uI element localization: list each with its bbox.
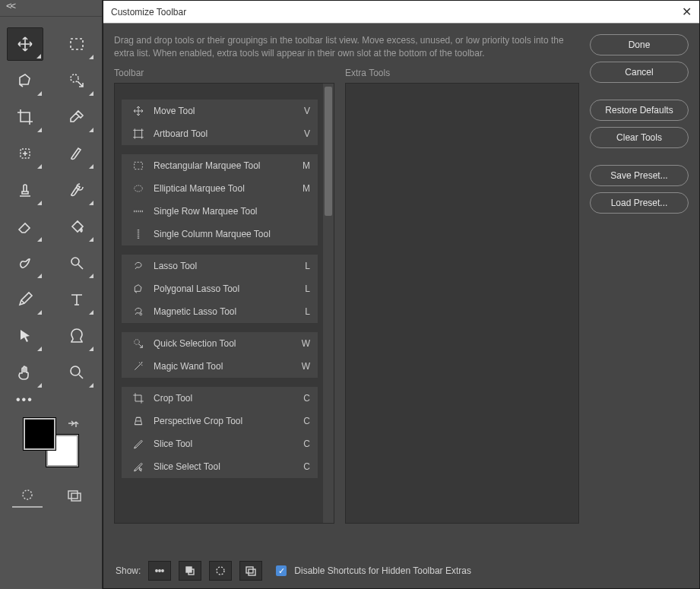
- tool-label: Perspective Crop Tool: [154, 416, 303, 426]
- tool-row[interactable]: Lasso ToolL: [122, 255, 318, 277]
- tool-label: Slice Select Tool: [154, 461, 303, 472]
- tool-row[interactable]: Quick Selection ToolW: [122, 332, 318, 355]
- tool-group[interactable]: Rectangular Marquee ToolMElliptical Marq…: [121, 154, 318, 246]
- tool-label: Artboard Tool: [154, 128, 304, 139]
- disable-shortcuts-label: Disable Shortcuts for Hidden Toolbar Ext…: [294, 565, 471, 576]
- show-screen-mode-icon[interactable]: [239, 561, 262, 581]
- color-swatch-area: [0, 418, 102, 467]
- collapse-panel-button[interactable]: <<: [0, 0, 102, 17]
- tool-shortcut: V: [304, 106, 310, 116]
- rect-marquee-icon: [131, 160, 146, 172]
- crop-icon: [131, 392, 146, 404]
- svg-point-8: [217, 567, 224, 575]
- hand-tool-icon[interactable]: [7, 356, 43, 389]
- eraser-tool-icon[interactable]: [7, 210, 43, 243]
- tool-row[interactable]: Move ToolV: [122, 100, 318, 122]
- close-icon[interactable]: ✕: [682, 5, 692, 19]
- tool-grid: •••: [7, 17, 95, 407]
- show-color-swatch-icon[interactable]: [179, 561, 201, 581]
- disable-shortcuts-checkbox[interactable]: ✓: [276, 565, 287, 576]
- quick-mask-mode-icon[interactable]: [12, 483, 43, 508]
- edit-toolbar-icon[interactable]: •••: [7, 392, 95, 407]
- dialog-description: Drag and drop tools or their groupings i…: [114, 34, 579, 60]
- slice-select-icon: [131, 461, 146, 473]
- show-extra-slot-icon[interactable]: [148, 561, 171, 581]
- path-select-tool-icon[interactable]: [7, 319, 43, 353]
- tool-group[interactable]: Crop ToolCPerspective Crop ToolCSlice To…: [121, 386, 318, 479]
- scrollbar-track[interactable]: [323, 84, 334, 523]
- tool-row[interactable]: Single Column Marquee Tool: [122, 223, 318, 245]
- tool-label: Crop Tool: [154, 393, 303, 404]
- tool-row[interactable]: Slice ToolC: [122, 432, 318, 455]
- move-tool-icon[interactable]: [7, 27, 43, 61]
- eyedropper-tool-icon[interactable]: [59, 100, 95, 134]
- screen-mode-icon[interactable]: [59, 483, 90, 508]
- tool-label: Slice Tool: [154, 439, 303, 449]
- tool-label: Polygonal Lasso Tool: [154, 283, 305, 294]
- history-brush-tool-icon[interactable]: [59, 173, 95, 207]
- svg-point-4: [159, 570, 160, 572]
- tool-shortcut: C: [303, 439, 310, 449]
- dialog-titlebar: Customize Toolbar ✕: [103, 1, 699, 24]
- smudge-tool-icon[interactable]: [7, 246, 43, 280]
- tool-row[interactable]: Single Row Marquee Tool: [122, 200, 318, 223]
- load-preset-button[interactable]: Load Preset...: [590, 192, 689, 214]
- svg-rect-1: [68, 491, 78, 499]
- restore-defaults-button[interactable]: Restore Defaults: [590, 100, 689, 121]
- tool-label: Magnetic Lasso Tool: [154, 306, 305, 317]
- tool-group[interactable]: Move ToolVArtboard ToolV: [121, 99, 318, 146]
- tool-shortcut: L: [305, 306, 310, 317]
- tool-label: Magic Wand Tool: [154, 361, 302, 372]
- tool-row[interactable]: Rectangular Marquee ToolM: [122, 154, 318, 177]
- show-quick-mask-icon[interactable]: [209, 561, 232, 581]
- tool-row[interactable]: Magnetic Lasso ToolL: [122, 300, 318, 323]
- dodge-tool-icon[interactable]: [59, 246, 95, 280]
- tool-row[interactable]: Artboard ToolV: [122, 122, 318, 145]
- poly-lasso-icon: [131, 283, 146, 295]
- save-preset-button[interactable]: Save Preset...: [590, 165, 689, 186]
- paint-bucket-tool-icon[interactable]: [59, 210, 95, 243]
- customize-toolbar-dialog: Customize Toolbar ✕ Drag and drop tools …: [103, 0, 700, 589]
- tool-shortcut: C: [303, 393, 310, 404]
- shape-tool-icon[interactable]: [59, 319, 95, 353]
- clone-stamp-tool-icon[interactable]: [7, 173, 43, 207]
- tool-shortcut: C: [303, 461, 310, 472]
- toolbar-list[interactable]: Move ToolVArtboard ToolVRectangular Marq…: [114, 83, 334, 524]
- tool-shortcut: C: [303, 416, 310, 426]
- cancel-button[interactable]: Cancel: [590, 62, 689, 83]
- tool-row[interactable]: Elliptical Marquee ToolM: [122, 177, 318, 200]
- ellipse-marquee-icon: [131, 182, 146, 195]
- poly-lasso-tool-icon[interactable]: [7, 64, 43, 97]
- tool-row[interactable]: Perspective Crop ToolC: [122, 410, 318, 432]
- tool-row[interactable]: Polygonal Lasso ToolL: [122, 277, 318, 300]
- crop-tool-icon[interactable]: [7, 100, 43, 134]
- col-marquee-icon: [131, 228, 146, 240]
- lasso-icon: [131, 260, 146, 272]
- foreground-color-swatch[interactable]: [24, 418, 55, 450]
- tool-shortcut: L: [305, 283, 310, 294]
- scrollbar-thumb[interactable]: [325, 87, 332, 216]
- tool-row[interactable]: Slice Select ToolC: [122, 455, 318, 478]
- tool-group[interactable]: Lasso ToolLPolygonal Lasso ToolLMagnetic…: [121, 254, 318, 324]
- tool-row[interactable]: Crop ToolC: [122, 387, 318, 410]
- toolbar-list-header: Toolbar: [114, 68, 334, 78]
- extra-tools-list[interactable]: [345, 83, 579, 524]
- svg-rect-9: [246, 567, 253, 573]
- rect-marquee-tool-icon[interactable]: [59, 27, 95, 61]
- tool-shortcut: W: [302, 338, 310, 349]
- tool-group[interactable]: Quick Selection ToolWMagic Wand ToolW: [121, 331, 318, 378]
- pen-tool-icon[interactable]: [7, 283, 43, 316]
- done-button[interactable]: Done: [590, 34, 689, 55]
- row-marquee-icon: [131, 205, 146, 217]
- swap-colors-icon[interactable]: [66, 418, 81, 433]
- quick-select-tool-icon[interactable]: [59, 64, 95, 97]
- type-tool-icon[interactable]: [59, 283, 95, 316]
- zoom-tool-icon[interactable]: [59, 356, 95, 389]
- clear-tools-button[interactable]: Clear Tools: [590, 127, 689, 148]
- svg-rect-2: [71, 493, 81, 501]
- magic-wand-icon: [131, 360, 146, 372]
- tool-label: Lasso Tool: [154, 261, 305, 271]
- healing-brush-tool-icon[interactable]: [7, 137, 43, 170]
- brush-tool-icon[interactable]: [59, 137, 95, 170]
- tool-row[interactable]: Magic Wand ToolW: [122, 355, 318, 378]
